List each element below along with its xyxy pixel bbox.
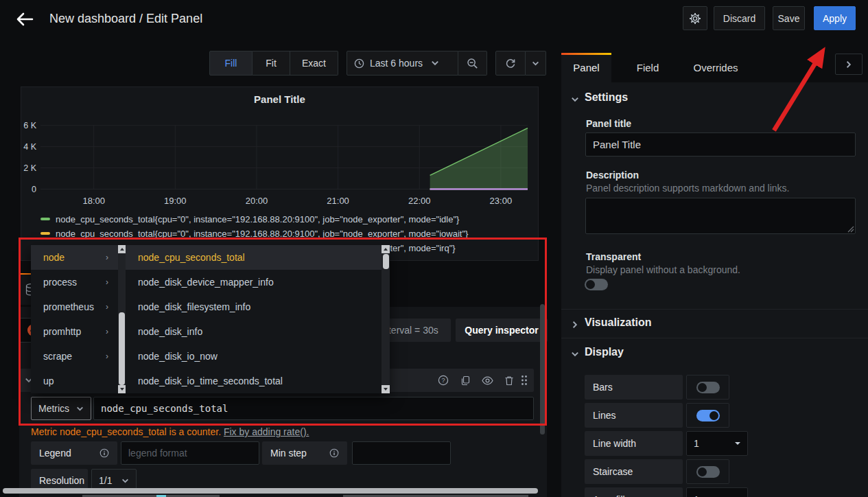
refresh-interval-dropdown[interactable]: [526, 51, 546, 76]
arrow-left-icon: [16, 12, 34, 27]
clock-icon: [354, 58, 364, 69]
section-divider: [561, 309, 868, 310]
section-chevron-down-icon[interactable]: [571, 95, 579, 104]
svg-text:23:00: 23:00: [490, 196, 513, 206]
info-circle-icon: [329, 448, 339, 458]
staircase-label: Staircase: [585, 459, 683, 484]
pane-size-exact-button[interactable]: Exact: [290, 51, 338, 76]
zoom-out-button[interactable]: [458, 51, 487, 76]
annotation-rectangle: [19, 238, 547, 426]
svg-text:21:00: 21:00: [327, 196, 349, 206]
transparent-help: Display panel without a background.: [586, 264, 740, 275]
pane-size-fill-button[interactable]: Fill: [209, 51, 253, 76]
legend-label: node_cpu_seconds_total{cpu="0", instance…: [56, 214, 459, 224]
svg-text:4 K: 4 K: [23, 142, 36, 152]
dashboard-settings-button[interactable]: [683, 6, 707, 30]
tab-overrides[interactable]: Overrides: [681, 53, 750, 82]
time-range-label: Last 6 hours: [370, 58, 423, 69]
apply-button[interactable]: Apply: [814, 6, 856, 30]
svg-text:19:00: 19:00: [164, 196, 187, 206]
description-help: Panel description supports markdown and …: [586, 183, 790, 194]
display-section-header[interactable]: Display: [585, 346, 624, 358]
line-width-select[interactable]: 1: [686, 431, 748, 456]
annotation-arrow: [755, 27, 844, 137]
area-fill-select[interactable]: 1: [686, 487, 748, 497]
section-chevron-down-icon[interactable]: [571, 350, 579, 358]
settings-section-header[interactable]: Settings: [585, 91, 628, 104]
legend-format-input[interactable]: legend format: [121, 441, 259, 465]
line-width-label: Line width: [585, 431, 683, 456]
page-title: New dashboard / Edit Panel: [49, 12, 202, 26]
pane-size-fit-button[interactable]: Fit: [253, 51, 290, 76]
chevron-right-icon: [845, 60, 853, 69]
lines-label: Lines: [585, 403, 683, 428]
bars-label: Bars: [585, 375, 683, 400]
panel-preview: Panel Title 18:0019:0020:0021:0022:0023:…: [21, 86, 539, 261]
transparent-label: Transparent: [586, 251, 641, 262]
time-series-chart: 18:0019:0020:0021:0022:0023:006 K4 K2 K0: [21, 87, 538, 211]
caret-down-icon: [735, 442, 740, 445]
lines-control: [686, 403, 729, 428]
legend-swatch[interactable]: [40, 218, 50, 220]
bars-control: [686, 375, 729, 400]
legend-format-label: Legend: [31, 441, 117, 465]
query-warning: Metric node_cpu_seconds_total is a count…: [31, 426, 309, 437]
gear-icon: [689, 12, 701, 25]
svg-text:18:00: 18:00: [82, 196, 105, 206]
svg-text:2 K: 2 K: [23, 163, 36, 173]
discard-button[interactable]: Discard: [714, 6, 765, 30]
svg-text:20:00: 20:00: [246, 196, 268, 206]
top-header: New dashboard / Edit Panel Discard Save …: [0, 0, 868, 38]
panel-title-label: Panel title: [586, 118, 631, 129]
description-label: Description: [586, 170, 639, 181]
refresh-button[interactable]: [495, 51, 526, 76]
info-circle-icon: [99, 448, 109, 458]
staircase-control: [686, 459, 729, 484]
horizontal-scrollbar[interactable]: [3, 488, 538, 494]
svg-text:0: 0: [32, 185, 36, 194]
visualization-section-header[interactable]: Visualization: [585, 316, 652, 329]
section-chevron-right-icon[interactable]: [571, 321, 579, 329]
staircase-toggle[interactable]: [696, 466, 720, 478]
transparent-toggle[interactable]: [585, 279, 608, 290]
tab-field[interactable]: Field: [624, 53, 672, 82]
svg-text:6 K: 6 K: [23, 121, 36, 130]
save-button[interactable]: Save: [773, 6, 805, 30]
warning-text: Metric node_cpu_seconds_total is a count…: [31, 426, 221, 437]
active-tab-indicator: [561, 53, 611, 55]
refresh-icon: [505, 58, 516, 69]
zoom-out-icon: [467, 58, 478, 69]
min-step-input[interactable]: [352, 441, 451, 465]
section-divider: [561, 338, 868, 338]
chevron-down-icon: [121, 477, 129, 485]
chevron-down-icon: [431, 59, 439, 67]
tab-panel[interactable]: Panel: [561, 53, 611, 82]
panel-editor-toolbar: Fill Fit Exact Last 6 hours: [0, 38, 561, 86]
legend-item[interactable]: node_cpu_seconds_total{cpu="0", instance…: [40, 212, 459, 226]
legend-swatch[interactable]: [40, 232, 50, 235]
min-step-label: Min step: [262, 441, 347, 465]
resize-handle-icon[interactable]: [847, 226, 854, 233]
lines-toggle[interactable]: [696, 410, 720, 421]
chevron-down-icon: [532, 60, 539, 67]
back-arrow-button[interactable]: [14, 9, 36, 30]
area-fill-label: Area fill: [585, 487, 683, 497]
bars-toggle[interactable]: [696, 382, 720, 393]
fix-rate-link[interactable]: Fix by adding rate().: [224, 426, 309, 437]
time-range-picker[interactable]: Last 6 hours: [347, 51, 458, 76]
svg-text:22:00: 22:00: [408, 196, 431, 206]
description-textarea[interactable]: [585, 198, 856, 234]
